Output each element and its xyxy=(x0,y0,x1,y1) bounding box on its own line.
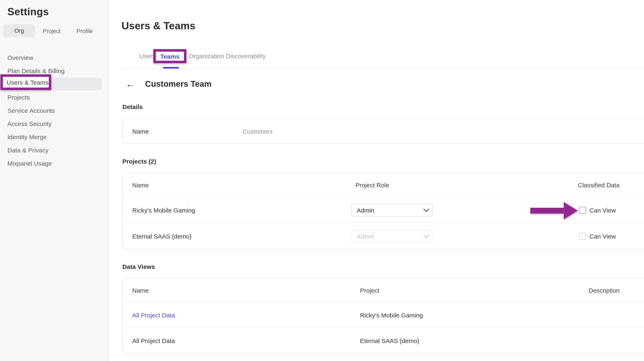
details-name-label: Name xyxy=(132,128,149,135)
settings-page: Settings Org Project Profile Overview Pl… xyxy=(0,0,644,361)
sidebar-item-data-privacy[interactable]: Data & Privacy xyxy=(0,143,108,157)
tab-users[interactable]: Users xyxy=(139,52,156,59)
can-view-label: Can View xyxy=(590,207,616,214)
tabs-divider xyxy=(122,68,644,69)
details-name-value: Customers xyxy=(243,128,272,135)
classified-can-view-checkbox[interactable] xyxy=(579,207,586,214)
can-view-label: Can View xyxy=(590,233,616,240)
details-card: Name Customers xyxy=(122,119,644,144)
sidebar-item-mixpanel-usage[interactable]: Mixpanel Usage xyxy=(0,157,108,170)
scope-tab-org[interactable]: Org xyxy=(3,24,35,37)
team-name-title: Customers Team xyxy=(145,79,212,89)
details-heading: Details xyxy=(122,103,142,110)
sidebar-item-identity-merge[interactable]: Identity Merge xyxy=(0,130,108,143)
project-role-value: Admin xyxy=(357,233,374,240)
page-title: Users & Teams xyxy=(122,20,196,32)
projects-col-role: Project Role xyxy=(356,182,389,189)
annotation-arrow-right-icon xyxy=(530,202,578,219)
data-view-row: All Project Data Ricky's Mobile Gaming xyxy=(123,302,644,328)
project-name: Eternal SAAS {demo} xyxy=(132,233,192,240)
annotation-box-users-teams: Users & Teams xyxy=(0,74,51,90)
sidebar-item-projects[interactable]: Projects xyxy=(0,90,108,104)
sidebar-item-service-accounts[interactable]: Service Accounts xyxy=(0,104,108,117)
classified-can-view-checkbox[interactable] xyxy=(579,233,586,240)
annotation-box-teams-tab[interactable]: Teams xyxy=(153,49,186,63)
sidebar-item-overview[interactable]: Overview xyxy=(0,51,108,64)
data-views-header-row: Name Project Description xyxy=(123,278,644,302)
chevron-down-icon xyxy=(423,206,429,212)
chevron-down-icon xyxy=(423,232,429,238)
project-row-eternal-saas: Eternal SAAS {demo} Admin Can View xyxy=(123,223,644,249)
data-view-name: All Project Data xyxy=(132,337,175,344)
data-view-project: Ricky's Mobile Gaming xyxy=(360,312,423,319)
projects-col-classified: Classified Data xyxy=(578,182,620,189)
settings-sidebar: Settings Org Project Profile Overview Pl… xyxy=(0,0,109,361)
active-tab-underline xyxy=(163,67,179,68)
project-role-value: Admin xyxy=(357,207,374,214)
tab-organization-discoverability[interactable]: Organization Discoverability xyxy=(189,52,266,59)
projects-heading: Projects (2) xyxy=(122,158,156,165)
back-arrow-icon[interactable]: ← xyxy=(126,80,135,89)
sidebar-item-access-security[interactable]: Access Security xyxy=(0,117,108,130)
data-views-col-project: Project xyxy=(360,287,379,294)
scope-tab-profile[interactable]: Profile xyxy=(72,27,97,34)
projects-col-name: Name xyxy=(132,182,149,189)
project-role-select-disabled: Admin xyxy=(351,230,433,242)
data-view-project: Eternal SAAS {demo} xyxy=(360,337,419,344)
data-views-col-description: Description xyxy=(588,287,620,294)
project-role-select[interactable]: Admin xyxy=(351,204,433,216)
sidebar-nav: Overview Plan Details & Billing Users & … xyxy=(0,51,108,170)
data-view-row: All Project Data Eternal SAAS {demo} xyxy=(123,328,644,353)
projects-header-row: Name Project Role Classified Data xyxy=(123,173,644,197)
data-views-col-name: Name xyxy=(132,287,149,294)
settings-title: Settings xyxy=(8,6,49,18)
data-views-table: Name Project Description All Project Dat… xyxy=(122,278,644,354)
scope-tab-project[interactable]: Project xyxy=(39,27,64,34)
details-row: Name Customers xyxy=(123,119,644,143)
project-name: Ricky's Mobile Gaming xyxy=(132,207,195,214)
settings-scope-tabs: Org Project Profile xyxy=(3,24,97,37)
data-views-heading: Data Views xyxy=(122,263,155,270)
tab-teams[interactable]: Teams xyxy=(160,53,180,60)
data-view-name-link[interactable]: All Project Data xyxy=(132,312,175,319)
